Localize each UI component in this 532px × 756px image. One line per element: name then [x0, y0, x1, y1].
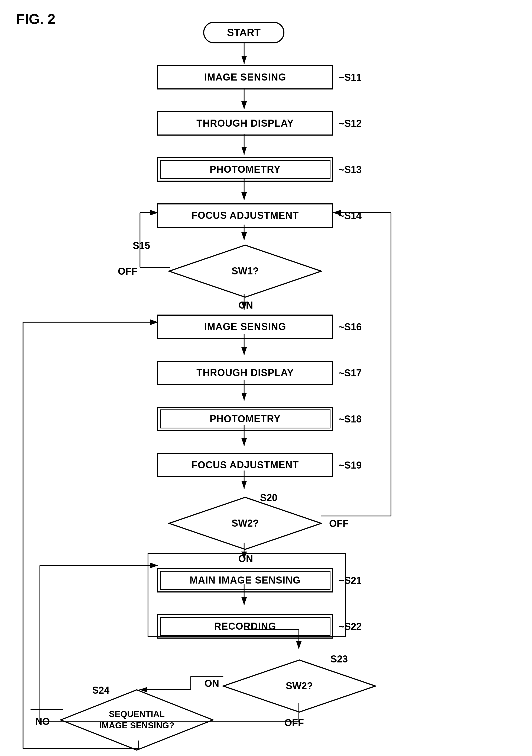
step-s22-label: RECORDING	[214, 621, 276, 632]
step-s19-box: FOCUS ADJUSTMENT	[157, 453, 333, 477]
step-s11-id: ~S11	[339, 72, 362, 83]
step-s20-label: SW2?	[232, 518, 259, 529]
step-s19-label: FOCUS ADJUSTMENT	[191, 459, 299, 471]
step-s24-id: S24	[92, 685, 110, 696]
step-s17-label: THROUGH DISPLAY	[196, 367, 294, 379]
step-s14-label: FOCUS ADJUSTMENT	[191, 210, 299, 221]
step-s11-box: IMAGE SENSING	[157, 65, 333, 90]
step-s14-box: FOCUS ADJUSTMENT	[157, 203, 333, 228]
step-s22-id: ~S22	[339, 621, 362, 632]
step-s23-off: OFF	[284, 717, 304, 729]
step-s20-on: ON	[239, 553, 253, 565]
step-s20-diamond: SW2?	[168, 496, 322, 551]
step-s14-id: ~S14	[339, 210, 362, 222]
start-oval: START	[203, 22, 284, 43]
step-s15-diamond: SW1?	[168, 244, 322, 298]
step-s13-label: PHOTOMETRY	[210, 164, 281, 175]
step-s12-id: ~S12	[339, 118, 362, 129]
step-s20-off: OFF	[329, 518, 349, 529]
step-s17-id: ~S17	[339, 367, 362, 379]
step-s19-id: ~S19	[339, 460, 362, 471]
step-s11-label: IMAGE SENSING	[204, 71, 286, 83]
start-label: START	[227, 27, 261, 39]
step-s13-id: ~S13	[339, 164, 362, 176]
step-s23-id: S23	[330, 654, 348, 665]
step-s16-label: IMAGE SENSING	[204, 321, 286, 333]
step-s24-no: NO	[35, 716, 50, 727]
step-s23-on: ON	[205, 678, 219, 689]
step-s23-label: SW2?	[286, 680, 313, 692]
step-s12-box: THROUGH DISPLAY	[157, 111, 333, 136]
step-s21-label: MAIN IMAGE SENSING	[190, 575, 301, 586]
step-s16-id: ~S16	[339, 321, 362, 333]
step-s23-diamond: SW2?	[222, 659, 376, 713]
step-s22-box: RECORDING	[157, 614, 333, 638]
step-s15-label: SW1?	[232, 265, 259, 277]
step-s16-box: IMAGE SENSING	[157, 314, 333, 339]
step-s18-label: PHOTOMETRY	[210, 413, 281, 425]
step-s21-id: ~S21	[339, 575, 362, 586]
step-s15-id: S15	[133, 240, 150, 251]
step-s18-id: ~S18	[339, 414, 362, 425]
step-s13-box: PHOTOMETRY	[157, 157, 333, 182]
step-s24-yes: YES	[129, 754, 148, 756]
step-s17-box: THROUGH DISPLAY	[157, 361, 333, 385]
step-s15-off: OFF	[118, 266, 137, 277]
step-s12-label: THROUGH DISPLAY	[196, 118, 294, 129]
step-s15-on: ON	[239, 300, 253, 311]
step-s24-label: SEQUENTIALIMAGE SENSING?	[99, 709, 174, 731]
step-s18-box: PHOTOMETRY	[157, 407, 333, 431]
step-s24-diamond: SEQUENTIALIMAGE SENSING?	[60, 689, 214, 751]
step-s21-box: MAIN IMAGE SENSING	[157, 568, 333, 592]
step-s20-id: S20	[260, 492, 277, 503]
